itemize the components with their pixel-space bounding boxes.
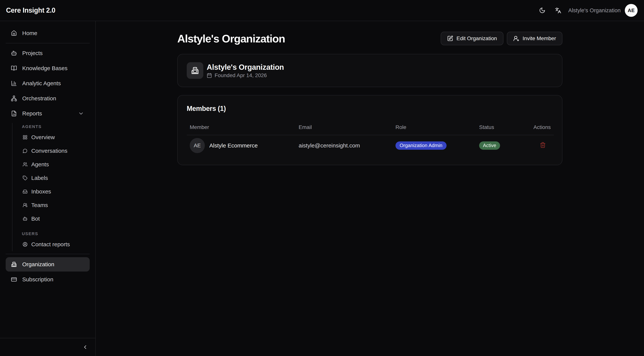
sidebar-item-home[interactable]: Home bbox=[6, 26, 90, 40]
bot-icon bbox=[22, 216, 28, 221]
page-title: Alstyle's Organization bbox=[177, 32, 285, 45]
sidebar-subitem-label: Labels bbox=[31, 175, 48, 181]
main-content: Alstyle's Organization Edit Organization… bbox=[96, 21, 644, 356]
invite-member-button[interactable]: Invite Member bbox=[507, 32, 562, 45]
house-icon bbox=[11, 30, 17, 36]
building-icon bbox=[11, 261, 17, 267]
app-title: Cere Insight 2.0 bbox=[6, 7, 56, 14]
sidebar-subitem-label: Bot bbox=[31, 215, 40, 222]
sidebar-item-reports[interactable]: Reports bbox=[6, 106, 90, 121]
column-header-status: Status bbox=[476, 120, 529, 135]
sidebar-item-label: Orchestration bbox=[22, 95, 56, 102]
moon-icon bbox=[539, 7, 546, 14]
member-avatar: AE bbox=[190, 138, 205, 153]
column-header-actions: Actions bbox=[529, 120, 554, 135]
layout-grid-icon bbox=[22, 135, 28, 140]
chevron-down-icon bbox=[78, 111, 84, 117]
members-table-header-row: Member Email Role Status Actions bbox=[187, 120, 554, 135]
member-email: aistyle@cereinsight.com bbox=[299, 142, 360, 149]
tag-icon bbox=[22, 176, 28, 180]
sidebar-item-label: Home bbox=[22, 30, 37, 36]
sidebar-subitem-label: Teams bbox=[31, 202, 48, 208]
sidebar-item-label: Analytic Agents bbox=[22, 80, 61, 87]
message-circle-icon bbox=[22, 148, 28, 153]
sidebar-subitem-contact-reports[interactable]: Contact reports bbox=[12, 238, 90, 251]
submenu-section-users: USERS bbox=[12, 230, 90, 238]
trash-icon bbox=[540, 142, 546, 148]
building-icon bbox=[191, 66, 199, 75]
users-icon bbox=[22, 162, 28, 167]
sidebar-subitem-label: Overview bbox=[31, 134, 55, 141]
sidebar-subitem-conversations[interactable]: Conversations bbox=[12, 144, 90, 158]
organization-founded: Founded Apr 14, 2026 bbox=[207, 72, 284, 79]
sidebar-subitem-overview[interactable]: Overview bbox=[12, 131, 90, 144]
delete-member-button[interactable] bbox=[540, 142, 546, 148]
sidebar: Home Projects Knowledge Bases Analytic A… bbox=[0, 21, 96, 356]
language-button[interactable] bbox=[554, 7, 562, 14]
edit-organization-button[interactable]: Edit Organization bbox=[441, 32, 504, 45]
page-header: Alstyle's Organization Edit Organization… bbox=[177, 32, 562, 45]
member-name: Alstyle Ecommerce bbox=[209, 142, 258, 149]
organization-name: Alstyle's Organization bbox=[207, 62, 284, 72]
sidebar-collapse-button[interactable] bbox=[82, 343, 89, 351]
app-window: Cere Insight 2.0 Alstyle's Organization … bbox=[0, 0, 644, 356]
submenu-section-agents: AGENTS bbox=[12, 123, 90, 131]
sidebar-item-knowledge-bases[interactable]: Knowledge Bases bbox=[6, 61, 90, 75]
file-chart-column-icon bbox=[11, 111, 17, 117]
topbar-organization-label: Alstyle's Organization bbox=[568, 7, 621, 14]
sidebar-item-subscription[interactable]: Subscription bbox=[6, 272, 90, 287]
sidebar-item-orchestration[interactable]: Orchestration bbox=[6, 91, 90, 106]
sidebar-item-label: Reports bbox=[22, 110, 42, 117]
organization-card: Alstyle's Organization Founded Apr 14, 2… bbox=[177, 54, 562, 87]
organization-founded-text: Founded Apr 14, 2026 bbox=[214, 72, 267, 79]
inbox-icon bbox=[22, 189, 28, 194]
sidebar-subitem-label: Conversations bbox=[31, 148, 68, 154]
sidebar-subitem-inboxes[interactable]: Inboxes bbox=[12, 185, 90, 198]
sidebar-item-label: Projects bbox=[22, 50, 42, 56]
sidebar-item-analytic-agents[interactable]: Analytic Agents bbox=[6, 76, 90, 91]
member-status-badge: Active bbox=[479, 141, 500, 150]
sidebar-divider bbox=[6, 43, 90, 43]
members-card: Members (1) Member Email Role Status Act… bbox=[177, 95, 562, 165]
languages-icon bbox=[555, 7, 561, 14]
member-row: AE Alstyle Ecommerce aistyle@cereinsight… bbox=[187, 135, 554, 156]
sidebar-subitem-teams[interactable]: Teams bbox=[12, 198, 90, 212]
sidebar-item-label: Subscription bbox=[22, 276, 53, 283]
topbar: Cere Insight 2.0 Alstyle's Organization … bbox=[0, 0, 644, 21]
network-icon bbox=[11, 95, 17, 101]
theme-toggle-button[interactable] bbox=[538, 7, 546, 14]
sidebar-subitem-label: Inboxes bbox=[31, 188, 51, 195]
reports-submenu: AGENTS Overview Conversations Agents Lab… bbox=[12, 123, 90, 251]
calendar-icon bbox=[207, 73, 212, 78]
sidebar-subitem-label: Agents bbox=[31, 161, 49, 168]
column-header-email: Email bbox=[296, 120, 392, 135]
edit-organization-label: Edit Organization bbox=[456, 36, 497, 42]
member-role-badge: Organization Admin bbox=[396, 141, 446, 150]
sidebar-subitem-agents[interactable]: Agents bbox=[12, 158, 90, 171]
sidebar-item-projects[interactable]: Projects bbox=[6, 46, 90, 60]
column-header-member: Member bbox=[187, 120, 296, 135]
chevron-left-icon bbox=[82, 344, 88, 350]
credit-card-icon bbox=[11, 276, 17, 282]
members-table: Member Email Role Status Actions AE bbox=[187, 120, 554, 156]
book-open-icon bbox=[11, 65, 17, 71]
topbar-right: Alstyle's Organization AE bbox=[538, 4, 638, 17]
user-plus-icon bbox=[513, 36, 519, 42]
member-cell: AE Alstyle Ecommerce bbox=[190, 138, 292, 153]
users-round-icon bbox=[22, 203, 28, 208]
header-actions: Edit Organization Invite Member bbox=[441, 32, 562, 45]
sidebar-divider bbox=[6, 254, 90, 254]
members-title: Members (1) bbox=[187, 105, 553, 113]
sidebar-item-organization[interactable]: Organization bbox=[6, 257, 90, 271]
user-avatar[interactable]: AE bbox=[625, 4, 638, 17]
chart-column-icon bbox=[11, 80, 17, 86]
sidebar-subitem-bot[interactable]: Bot bbox=[12, 212, 90, 225]
invite-member-label: Invite Member bbox=[523, 36, 556, 42]
column-header-role: Role bbox=[392, 120, 476, 135]
sidebar-subitem-labels[interactable]: Labels bbox=[12, 171, 90, 185]
sidebar-item-label: Organization bbox=[22, 261, 54, 268]
sidebar-item-label: Knowledge Bases bbox=[22, 65, 68, 72]
bot-icon bbox=[11, 50, 17, 56]
square-pen-icon bbox=[447, 36, 453, 42]
organization-icon-tile bbox=[187, 62, 203, 79]
